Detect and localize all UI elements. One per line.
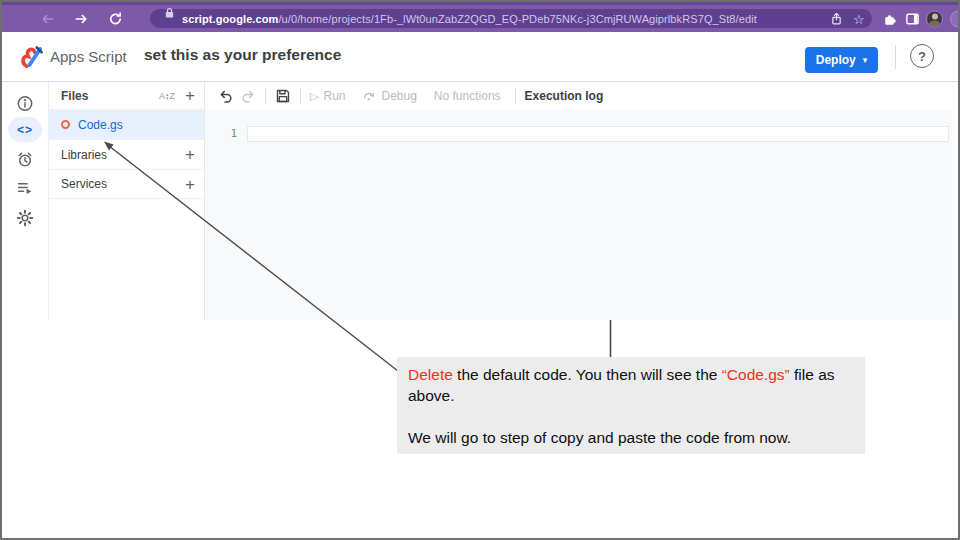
header-divider [895, 45, 896, 69]
apps-script-logo-icon[interactable] [18, 44, 44, 70]
current-line-highlight[interactable] [247, 126, 949, 142]
profile-avatar[interactable] [926, 10, 943, 27]
callout-paragraph-2: We will go to step of copy and paste the… [408, 427, 854, 448]
app-name[interactable]: Apps Script [50, 48, 127, 65]
debug-step-icon [362, 89, 376, 103]
line-number: 1 [215, 127, 237, 140]
services-label: Services [61, 177, 185, 191]
nav-rail: <> [2, 82, 48, 320]
address-bar[interactable]: script.google.com/u/0/home/projects/1Fb-… [150, 9, 872, 28]
add-service-button[interactable]: + [185, 176, 195, 193]
triggers-clock-icon[interactable] [17, 151, 34, 168]
url-domain: script.google.com [182, 13, 278, 25]
file-name: Code.gs [78, 118, 123, 132]
sort-arrow-down: ▾ [166, 96, 169, 100]
gs-file-icon [61, 120, 70, 129]
deploy-button-label: Deploy [816, 53, 856, 67]
debug-label: Debug [381, 89, 416, 103]
add-file-button[interactable]: + [185, 87, 195, 104]
url-text: script.google.com/u/0/home/projects/1Fb-… [182, 13, 757, 25]
executions-list-icon[interactable] [17, 179, 34, 196]
toolbar-divider [265, 88, 266, 104]
question-mark-icon: ? [918, 49, 926, 64]
run-play-icon: ▷ [310, 90, 318, 103]
url-path: /u/0/home/projects/1Fb-_lWt0unZabZ2QGD_E… [278, 13, 756, 25]
undo-icon[interactable] [218, 88, 234, 104]
side-panel-icon[interactable] [905, 11, 920, 26]
files-panel: Files A▴▾Z + Code.gs Libraries + Service… [48, 82, 205, 320]
settings-gear-icon[interactable] [16, 209, 34, 227]
deploy-button[interactable]: Deploy ▾ [805, 47, 878, 73]
app-header: Apps Script set this as your preference … [2, 32, 958, 82]
sort-az-icon[interactable]: A▴▾Z [159, 91, 175, 101]
file-item-code-gs[interactable]: Code.gs [49, 110, 204, 139]
sort-letter-a: A [159, 91, 165, 101]
libraries-section[interactable]: Libraries + [49, 139, 204, 169]
run-label: Run [323, 89, 345, 103]
forward-icon[interactable] [74, 11, 89, 26]
libraries-label: Libraries [61, 148, 185, 162]
debug-button[interactable]: Debug [362, 89, 416, 103]
toolbar-divider [515, 88, 516, 104]
help-button[interactable]: ? [910, 44, 934, 68]
callout-codegs-text: “Code.gs” [722, 366, 790, 383]
extensions-puzzle-icon[interactable] [882, 11, 897, 26]
execution-log-button[interactable]: Execution log [525, 89, 604, 103]
function-selector[interactable]: No functions [434, 89, 501, 103]
save-icon[interactable] [275, 88, 291, 104]
profile-avatar-secondary[interactable] [950, 10, 958, 27]
code-glyph: <> [17, 123, 33, 137]
run-button[interactable]: ▷ Run [310, 89, 345, 103]
callout-note: Delete the default code. You then will s… [397, 357, 865, 454]
chevron-down-icon: ▾ [863, 55, 868, 65]
editor-column: ▷ Run Debug No functions Execution log 1 [205, 82, 952, 320]
callout-delete-text: Delete [408, 366, 453, 383]
redo-icon[interactable] [240, 88, 256, 104]
services-section[interactable]: Services + [49, 169, 204, 199]
code-editor[interactable]: 1 [205, 110, 952, 320]
files-panel-header: Files A▴▾Z + [49, 82, 204, 110]
files-panel-title: Files [61, 89, 159, 103]
reload-icon[interactable] [108, 11, 123, 26]
callout-text: the default code. You then will see the [453, 366, 722, 383]
callout-paragraph-1: Delete the default code. You then will s… [408, 364, 854, 406]
project-title[interactable]: set this as your preference [144, 46, 341, 64]
lock-icon [164, 7, 175, 19]
sort-letter-z: Z [170, 91, 176, 101]
editor-code-icon[interactable]: <> [8, 117, 42, 142]
share-icon[interactable] [830, 12, 843, 26]
back-icon[interactable] [40, 11, 55, 26]
add-library-button[interactable]: + [185, 146, 195, 163]
overview-info-icon[interactable] [17, 95, 34, 112]
bookmark-star-icon[interactable]: ☆ [853, 12, 865, 25]
function-selector-label: No functions [434, 89, 501, 103]
editor-toolbar: ▷ Run Debug No functions Execution log [205, 82, 952, 110]
toolbar-divider [300, 88, 301, 104]
browser-toolbar: script.google.com/u/0/home/projects/1Fb-… [2, 2, 958, 32]
